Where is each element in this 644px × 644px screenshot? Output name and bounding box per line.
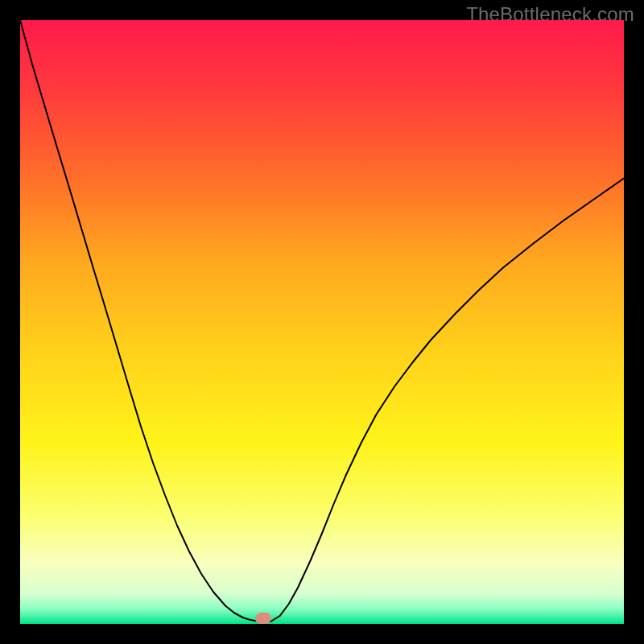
chart-frame: TheBottleneck.com: [0, 0, 644, 644]
optimal-point-marker: [255, 613, 271, 624]
bottleneck-chart: [20, 20, 624, 624]
